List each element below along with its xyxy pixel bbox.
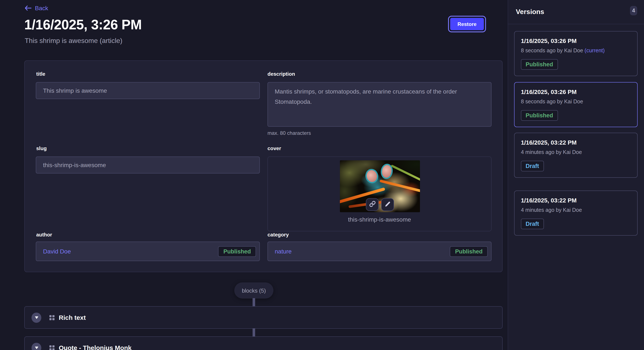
blocks-count-pill: blocks (5) xyxy=(234,282,274,299)
block-quote[interactable]: Quote - Thelonius Monk xyxy=(24,336,502,350)
block-rich-text[interactable]: Rich text xyxy=(24,306,502,329)
expand-block-button[interactable] xyxy=(32,312,41,323)
version-meta: 8 seconds ago by Kai Doe (current) xyxy=(521,48,631,54)
block-label: Quote - Thelonius Monk xyxy=(59,344,132,350)
author-label: author xyxy=(36,232,52,238)
chevron-down-icon xyxy=(35,347,38,349)
description-hint: max. 80 characters xyxy=(268,130,311,136)
expand-block-button[interactable] xyxy=(32,343,41,350)
author-relation: David Doe Published xyxy=(36,242,260,261)
link-icon xyxy=(369,201,376,208)
history-page: Back 1/16/2025, 3:26 PM This shrimp is a… xyxy=(0,0,644,350)
page-subtitle: This shrimp is awesome (article) xyxy=(25,37,122,45)
description-textarea[interactable]: Mantis shrimps, or stomatopods, are mari… xyxy=(268,82,492,127)
version-meta: 8 seconds ago by Kai Doe xyxy=(521,99,631,105)
slug-input[interactable] xyxy=(36,157,260,174)
versions-count-badge: 4 xyxy=(630,6,637,15)
version-status-badge: Draft xyxy=(521,161,544,172)
versions-panel: Versions 4 1/16/2025, 03:26 PM 8 seconds… xyxy=(508,0,644,350)
version-date: 1/16/2025, 03:22 PM xyxy=(521,197,631,204)
version-meta: 4 minutes ago by Kai Doe xyxy=(521,207,631,213)
category-status-badge: Published xyxy=(450,246,488,257)
cover-actions xyxy=(366,198,394,211)
restore-button[interactable]: Restore xyxy=(450,18,484,30)
back-arrow-icon xyxy=(25,5,32,11)
drag-handle-icon[interactable] xyxy=(50,315,54,320)
version-card[interactable]: 1/16/2025, 03:26 PM 8 seconds ago by Kai… xyxy=(514,31,638,76)
blocks-connector-line xyxy=(252,328,255,337)
version-date: 1/16/2025, 03:26 PM xyxy=(521,88,631,95)
title-input[interactable] xyxy=(36,82,260,99)
version-date: 1/16/2025, 03:26 PM xyxy=(521,37,631,44)
description-label: description xyxy=(268,71,295,77)
author-link[interactable]: David Doe xyxy=(43,248,71,255)
version-status-badge: Published xyxy=(521,110,558,121)
title-label: title xyxy=(36,71,45,77)
cover-field: this-shrimp-is-awesome xyxy=(268,157,492,231)
block-label: Rich text xyxy=(59,314,86,321)
divider xyxy=(508,24,644,24)
cover-caption: this-shrimp-is-awesome xyxy=(268,216,491,223)
drag-handle-icon[interactable] xyxy=(50,345,54,350)
restore-button-focus-ring: Restore xyxy=(448,16,486,32)
category-label: category xyxy=(268,232,289,238)
cover-label: cover xyxy=(268,146,281,151)
version-fields-card: title description Mantis shrimps, or sto… xyxy=(24,60,502,272)
back-label: Back xyxy=(35,5,48,11)
version-status-badge: Published xyxy=(521,59,558,70)
version-card-selected[interactable]: 1/16/2025, 03:26 PM 8 seconds ago by Kai… xyxy=(514,82,638,127)
edit-image-button[interactable] xyxy=(381,198,394,211)
chevron-down-icon xyxy=(35,316,38,319)
versions-list: 1/16/2025, 03:26 PM 8 seconds ago by Kai… xyxy=(514,31,638,236)
copy-link-button[interactable] xyxy=(366,198,379,211)
slug-label: slug xyxy=(36,146,47,151)
version-meta: 4 minutes ago by Kai Doe xyxy=(521,149,631,155)
version-card[interactable]: 1/16/2025, 03:22 PM 4 minutes ago by Kai… xyxy=(514,133,638,178)
category-relation: nature Published xyxy=(268,242,492,261)
page-title: 1/16/2025, 3:26 PM xyxy=(24,17,142,33)
author-status-badge: Published xyxy=(218,246,256,257)
current-version-tag: (current) xyxy=(584,48,604,54)
version-date: 1/16/2025, 03:22 PM xyxy=(521,139,631,146)
version-card[interactable]: 1/16/2025, 03:22 PM 4 minutes ago by Kai… xyxy=(514,190,638,236)
version-status-badge: Draft xyxy=(521,219,544,229)
category-link[interactable]: nature xyxy=(275,248,292,255)
back-link[interactable]: Back xyxy=(25,5,48,11)
blocks-connector-line xyxy=(252,298,255,307)
versions-panel-title: Versions xyxy=(516,8,544,16)
pencil-icon xyxy=(384,201,390,208)
